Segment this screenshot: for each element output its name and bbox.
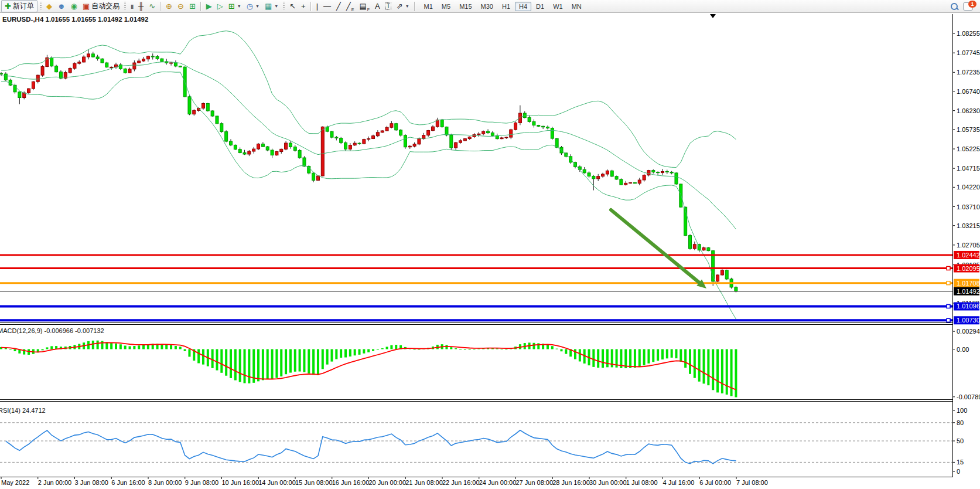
tile-windows-button[interactable]: ⊞ xyxy=(187,0,198,12)
arrows-button[interactable]: ⇗▼ xyxy=(394,0,412,12)
timeframe-m15-button[interactable]: M15 xyxy=(455,2,476,11)
chevron-down-icon: ▼ xyxy=(255,4,259,8)
candlestick-type-button[interactable]: ╫ xyxy=(136,0,146,12)
macd-histogram xyxy=(0,341,737,398)
timeframe-m1-button[interactable]: M1 xyxy=(420,2,437,11)
add-indicator-button[interactable]: ⊞▼ xyxy=(226,0,244,12)
toolbar-separator xyxy=(200,2,202,11)
svg-text:24 Jun 00:00: 24 Jun 00:00 xyxy=(479,479,517,486)
bar-chart-type-button[interactable]: ||| xyxy=(128,0,135,12)
toolbar-drag-handle xyxy=(124,2,126,11)
svg-text:1.03710: 1.03710 xyxy=(957,203,980,210)
auto-scroll-button[interactable]: ▶ xyxy=(204,0,214,12)
macd-label: MACD(12,26,9) -0.006966 -0.007132 xyxy=(0,327,104,334)
trendline-button[interactable]: ╱ xyxy=(334,0,343,12)
templates-button[interactable]: ▦▼ xyxy=(262,0,281,12)
chart-window-button[interactable]: ◆ xyxy=(44,0,54,12)
chat-icon[interactable]: 1 xyxy=(963,2,973,11)
text-label-button[interactable]: T xyxy=(383,0,394,12)
pane-separators[interactable] xyxy=(0,14,953,477)
svg-text:1.05735: 1.05735 xyxy=(957,126,980,133)
timeframe-h4-button[interactable]: H4 xyxy=(515,2,531,11)
chevron-down-icon: ▼ xyxy=(237,4,241,8)
chart-area[interactable]: EURUSD-,H4 1.01655 1.01655 1.01492 1.014… xyxy=(0,13,980,489)
trendline-icon: ╱ xyxy=(336,2,341,10)
timeframe-h1-button[interactable]: H1 xyxy=(498,2,514,11)
text-label-icon: T xyxy=(385,2,391,10)
timeframe-m30-button[interactable]: M30 xyxy=(477,2,497,11)
horizontal-line-button[interactable]: — xyxy=(321,0,333,12)
svg-text:20 Jun 00:00: 20 Jun 00:00 xyxy=(369,479,407,486)
line-handle[interactable] xyxy=(947,304,950,308)
svg-text:10 Jun 16:00: 10 Jun 16:00 xyxy=(222,479,259,486)
timeframe-d1-button[interactable]: D1 xyxy=(532,2,548,11)
fibonacci-icon: ▤ xyxy=(359,2,366,10)
toolbar-drag-handle xyxy=(40,2,42,11)
crosshair-button[interactable]: + xyxy=(299,0,308,12)
trend-arrow-annotation[interactable] xyxy=(611,210,706,288)
text-icon: A xyxy=(375,2,380,10)
equidistant-channel-button[interactable]: ╱E xyxy=(344,0,357,12)
candlestick-icon: ╫ xyxy=(138,2,144,10)
line-handle[interactable] xyxy=(947,318,950,322)
svg-text:8 Jun 00:00: 8 Jun 00:00 xyxy=(148,479,182,486)
crosshair-icon: + xyxy=(301,2,306,10)
svg-text:6 Jun 16:00: 6 Jun 16:00 xyxy=(111,479,145,486)
vertical-line-button[interactable]: | xyxy=(314,0,320,12)
auto-trading-button[interactable]: ▣自动交易 xyxy=(80,0,122,12)
svg-text:4 Jul 16:00: 4 Jul 16:00 xyxy=(663,479,695,486)
line-chart-type-button[interactable]: ∿ xyxy=(146,0,158,12)
chart-shift-button[interactable]: ▷ xyxy=(215,0,226,12)
svg-text:0: 0 xyxy=(957,468,960,475)
svg-text:1.03215: 1.03215 xyxy=(957,222,980,229)
new-order-button-label: 新订单 xyxy=(13,1,34,11)
svg-text:1.06230: 1.06230 xyxy=(957,107,980,114)
line-handle[interactable] xyxy=(947,267,950,270)
svg-text:6 Jul 00:00: 6 Jul 00:00 xyxy=(699,479,731,486)
profile-button[interactable]: ☻ xyxy=(55,0,68,12)
new-order-button[interactable]: ✚新订单 xyxy=(1,0,37,12)
search-icon[interactable] xyxy=(950,2,959,11)
auto-trading-icon: ▣ xyxy=(83,2,90,10)
svg-text:3 Jun 08:00: 3 Jun 08:00 xyxy=(75,479,109,486)
cursor-button[interactable]: ↖ xyxy=(287,0,298,12)
chart-canvas[interactable]: 1.082551.077451.072351.067401.062301.057… xyxy=(0,13,980,489)
chevron-down-icon: ▼ xyxy=(405,4,409,8)
chart-shift-marker[interactable] xyxy=(710,14,716,18)
candlesticks xyxy=(0,50,737,293)
svg-text:27 Jun 08:00: 27 Jun 08:00 xyxy=(516,479,554,486)
svg-text:15: 15 xyxy=(957,459,964,466)
zoom-out-button[interactable]: ⊖ xyxy=(175,0,186,12)
svg-text:-0.007895: -0.007895 xyxy=(957,393,980,400)
svg-text:0.00: 0.00 xyxy=(957,346,969,353)
gold-diamond-icon: ◆ xyxy=(46,2,52,10)
svg-text:1.06740: 1.06740 xyxy=(957,88,980,95)
text-button[interactable]: A xyxy=(373,0,383,12)
svg-text:21 Jun 08:00: 21 Jun 08:00 xyxy=(405,479,443,486)
toolbar-separator xyxy=(310,2,312,11)
signals-button[interactable]: ◉ xyxy=(69,0,80,12)
timeframe-mn-button[interactable]: MN xyxy=(568,2,586,11)
fibonacci-button[interactable]: ▤F xyxy=(357,0,372,12)
svg-text:22 Jun 16:00: 22 Jun 16:00 xyxy=(442,479,480,486)
svg-text:1.00730: 1.00730 xyxy=(957,317,980,324)
svg-text:50: 50 xyxy=(957,437,964,444)
line-handle[interactable] xyxy=(947,281,950,285)
chat-unread-badge: 1 xyxy=(968,1,976,8)
svg-text:16 Jun 16:00: 16 Jun 16:00 xyxy=(332,479,370,486)
svg-text:0.002949: 0.002949 xyxy=(957,328,980,335)
svg-text:1.04715: 1.04715 xyxy=(957,165,980,172)
arrow-objects-icon: ⇗ xyxy=(397,2,403,10)
timeframe-m5-button[interactable]: M5 xyxy=(438,2,455,11)
periods-button[interactable]: ◷▼ xyxy=(244,0,262,12)
rsi-pane-content xyxy=(0,423,952,464)
price-level-lines[interactable]: 1.024421.020951.017081.010961.007301.014… xyxy=(0,251,980,324)
svg-text:1.02095: 1.02095 xyxy=(957,265,980,272)
chart-title: EURUSD-,H4 1.01655 1.01655 1.01492 1.014… xyxy=(2,16,148,23)
timeframe-w1-button[interactable]: W1 xyxy=(549,2,567,11)
main-toolbar: ✚新订单◆☻◉▣自动交易|||╫∿⊕⊖⊞▶▷⊞▼◷▼▦▼↖+|—╱╱E▤FAT⇗… xyxy=(0,0,980,13)
chart-shift-icon: ▷ xyxy=(217,2,223,10)
svg-text:80: 80 xyxy=(957,419,964,426)
zoom-in-button[interactable]: ⊕ xyxy=(163,0,175,12)
vertical-line-icon: | xyxy=(316,2,318,10)
